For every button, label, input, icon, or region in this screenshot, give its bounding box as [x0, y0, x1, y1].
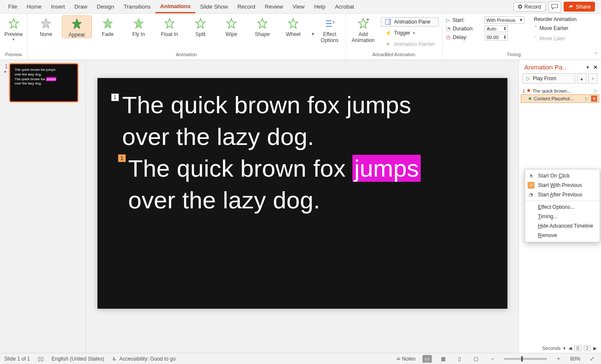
effect-options-button[interactable]: Effect Options	[318, 15, 342, 43]
play-arrow-icon: ▷	[585, 96, 589, 102]
clock-icon: ◔	[528, 191, 534, 198]
tab-transitions[interactable]: Transitions	[119, 1, 155, 12]
language-label[interactable]: English (United States)	[52, 356, 104, 362]
duration-field[interactable]: Auto▴▾	[485, 25, 508, 32]
menu-start-on-click[interactable]: 🖱 Start On Click	[525, 171, 600, 180]
slide-thumbnail-1[interactable]: The quick brown fox jumps over the lazy …	[9, 63, 78, 102]
move-later-button[interactable]: ˅ Move Later	[534, 34, 577, 43]
anim-appear[interactable]: Appear	[62, 15, 92, 38]
share-button[interactable]: Share	[564, 2, 595, 12]
animation-painter-button[interactable]: ✦ Animation Painter	[381, 39, 439, 49]
group-dialog-launcher-icon[interactable]: ◲	[385, 51, 389, 56]
tab-file[interactable]: File	[3, 1, 22, 12]
notes-icon: ≐	[396, 356, 401, 362]
view-normal-button[interactable]: ▭	[422, 355, 432, 363]
reorder-title: Reorder Animation	[534, 16, 577, 22]
duration-label: Duration:	[453, 26, 482, 32]
chevron-down-icon[interactable]: ▾	[563, 346, 566, 351]
anim-none[interactable]: None	[31, 15, 61, 37]
slide[interactable]: 1 1 The quick brown fox jumps over the l…	[97, 78, 507, 309]
tab-view[interactable]: View	[288, 1, 309, 12]
up-chevron-icon: ˄	[534, 25, 537, 31]
pane-title: Animation Pa..	[524, 63, 566, 71]
tab-help[interactable]: Help	[309, 1, 330, 12]
menu-effect-options[interactable]: Effect Options...	[525, 202, 600, 212]
zoom-out-button[interactable]: −	[488, 355, 497, 363]
menu-remove[interactable]: Remove	[525, 231, 600, 240]
comments-button[interactable]	[548, 1, 561, 12]
appear-effect-icon: ✸	[527, 88, 531, 93]
preview-button[interactable]: Preview ▾	[2, 15, 25, 42]
anim-wipe[interactable]: Wipe	[216, 15, 246, 37]
svg-text:+: +	[366, 18, 369, 23]
view-sorter-button[interactable]: ▦	[439, 355, 448, 363]
chevron-down-icon: ▾	[12, 37, 15, 42]
zoom-in-button[interactable]: +	[554, 355, 563, 363]
close-pane-button[interactable]: ✕	[593, 64, 598, 70]
anim-wheel[interactable]: Wheel	[278, 15, 308, 37]
add-animation-button[interactable]: + Add Animation	[349, 15, 377, 43]
menu-hide-timeline[interactable]: Hide Advanced Timeline	[525, 221, 600, 231]
scroll-left-icon[interactable]: ◀	[568, 346, 572, 351]
speech-bubble-icon	[551, 4, 558, 10]
play-from-button[interactable]: ▷ Play From	[522, 73, 575, 84]
accessibility-status[interactable]: ♿︎ Accessibility: Good to go	[112, 356, 176, 362]
trigger-button[interactable]: ⚡ Trigger ▾	[381, 28, 439, 38]
star-floatin-icon	[163, 17, 176, 30]
duration-icon: ◔	[446, 26, 450, 32]
anim-split[interactable]: Split	[185, 15, 216, 37]
share-icon	[568, 4, 574, 9]
tab-record[interactable]: Record	[233, 1, 260, 12]
item-dropdown-button[interactable]: ▾	[591, 96, 597, 102]
star-wheel-icon	[287, 17, 300, 30]
add-animation-icon: +	[357, 17, 370, 30]
tab-insert[interactable]: Insert	[46, 1, 70, 12]
spinner-icon: ▴▾	[504, 35, 506, 39]
record-button[interactable]: Record	[513, 2, 546, 12]
pane-menu-button[interactable]: ▾	[586, 64, 589, 70]
scroll-right-icon[interactable]: ▶	[593, 346, 597, 351]
menu-start-with-previous[interactable]: ✓ Start With Previous	[525, 180, 600, 190]
star-shape-icon	[256, 17, 269, 30]
book-icon[interactable]: ▯▯	[38, 356, 44, 362]
menu-timing[interactable]: Timing...	[525, 212, 600, 221]
anim-fade[interactable]: Fade	[93, 15, 123, 37]
tab-design[interactable]: Design	[92, 1, 119, 12]
anim-item-2[interactable]: ✸ Content Placehol... ▷ ▾	[521, 94, 599, 103]
view-reading-button[interactable]: ▯	[455, 355, 464, 363]
collapse-ribbon-button[interactable]: ˅	[595, 52, 598, 58]
thumb-anim-icon: ✦	[3, 69, 7, 74]
slide-canvas[interactable]: 1 1 The quick brown fox jumps over the l…	[86, 60, 519, 353]
anim-floatin[interactable]: Float In	[155, 15, 185, 37]
move-earlier-button[interactable]: ˄ Move Earlier	[534, 24, 577, 33]
move-up-button[interactable]: ▲	[577, 73, 586, 84]
anim-item-1[interactable]: 1 ✸ The quick brown... ▷	[521, 87, 599, 94]
tab-home[interactable]: Home	[22, 1, 46, 12]
tab-animations[interactable]: Animations	[155, 0, 195, 13]
fit-to-window-button[interactable]: ⤢	[587, 355, 597, 363]
anim-flyin[interactable]: Fly In	[124, 15, 154, 37]
chevron-down-icon: ▾	[520, 17, 522, 23]
mouse-icon: 🖱	[528, 172, 534, 179]
anim-shape[interactable]: Shape	[247, 15, 277, 37]
menu-start-after-previous[interactable]: ◔ Start After Previous	[525, 190, 600, 199]
tab-slideshow[interactable]: Slide Show	[195, 1, 233, 12]
zoom-slider[interactable]	[504, 358, 547, 360]
anim-tag-1[interactable]: 1	[111, 93, 119, 101]
star-flyin-icon	[132, 17, 145, 30]
tab-draw[interactable]: Draw	[70, 1, 92, 12]
delay-field[interactable]: 00.00▴▾	[485, 34, 508, 41]
animation-pane-button[interactable]: Animation Pane	[381, 17, 439, 27]
slide-text[interactable]: The quick brown fox jumps over the lazy …	[122, 89, 490, 216]
delay-icon: ◷	[446, 34, 450, 40]
accessibility-icon: ♿︎	[112, 356, 117, 362]
tab-acrobat[interactable]: Acrobat	[330, 1, 359, 12]
tab-review[interactable]: Review	[260, 1, 288, 12]
move-down-button[interactable]: ▼	[588, 73, 598, 84]
gallery-more-button[interactable]: ▾	[309, 19, 317, 49]
notes-button[interactable]: ≐ Notes	[396, 356, 416, 362]
record-label: Record	[525, 4, 541, 10]
workspace: 1 ✦ The quick brown fox jumps over the l…	[0, 60, 601, 353]
view-slideshow-button[interactable]: ▢	[471, 355, 481, 363]
start-dropdown[interactable]: With Previous▾	[484, 16, 525, 24]
